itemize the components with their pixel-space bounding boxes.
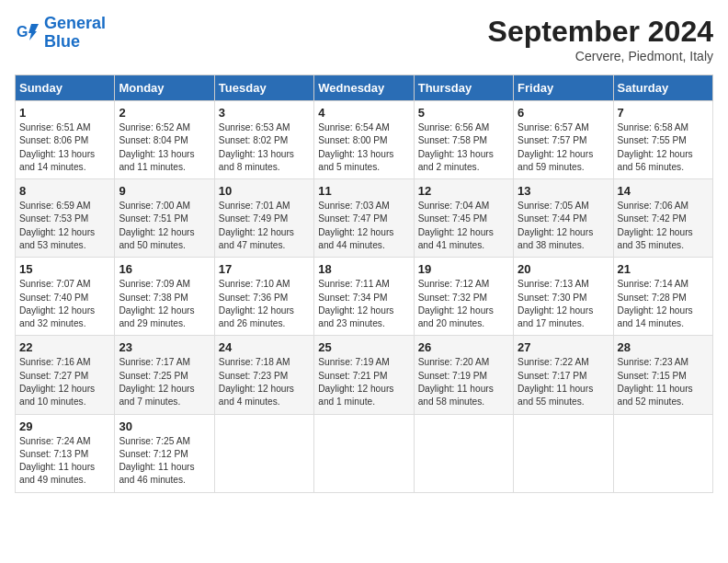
day-info: Sunrise: 6:52 AMSunset: 8:04 PMDaylight:… [119,121,210,174]
calendar-day-cell: 21Sunrise: 7:14 AMSunset: 7:28 PMDayligh… [613,258,712,336]
day-info: Sunrise: 6:57 AMSunset: 7:57 PMDaylight:… [518,121,609,174]
day-number: 28 [618,340,709,354]
title-block: September 2024 Cervere, Piedmont, Italy [488,15,713,63]
day-info: Sunrise: 7:14 AMSunset: 7:28 PMDaylight:… [618,278,709,330]
location-subtitle: Cervere, Piedmont, Italy [488,49,713,63]
calendar-table: Sunday Monday Tuesday Wednesday Thursday… [15,75,713,493]
day-number: 26 [418,340,509,354]
day-info: Sunrise: 7:04 AMSunset: 7:45 PMDaylight:… [418,200,509,252]
calendar-day-cell: 6Sunrise: 6:57 AMSunset: 7:57 PMDaylight… [514,101,613,179]
day-info: Sunrise: 7:06 AMSunset: 7:42 PMDaylight:… [618,200,709,252]
day-info: Sunrise: 7:20 AMSunset: 7:19 PMDaylight:… [418,356,509,408]
calendar-week-row: 22Sunrise: 7:16 AMSunset: 7:27 PMDayligh… [16,336,713,414]
day-info: Sunrise: 7:13 AMSunset: 7:30 PMDaylight:… [518,278,609,330]
calendar-day-cell: 17Sunrise: 7:10 AMSunset: 7:36 PMDayligh… [214,258,313,336]
day-info: Sunrise: 7:18 AMSunset: 7:23 PMDaylight:… [219,356,310,408]
calendar-day-cell: 9Sunrise: 7:00 AMSunset: 7:51 PMDaylight… [115,179,214,258]
calendar-day-cell: 25Sunrise: 7:19 AMSunset: 7:21 PMDayligh… [314,336,414,414]
logo-icon: G [15,20,40,46]
day-info: Sunrise: 7:25 AMSunset: 7:12 PMDaylight:… [119,435,210,488]
calendar-day-cell: 4Sunrise: 6:54 AMSunset: 8:00 PMDaylight… [314,101,414,179]
day-number: 11 [318,184,409,198]
header-tuesday: Tuesday [214,75,313,101]
day-number: 5 [418,106,509,120]
header-friday: Friday [514,75,613,101]
day-number: 10 [219,184,310,198]
day-number: 20 [518,262,609,276]
calendar-day-cell: 20Sunrise: 7:13 AMSunset: 7:30 PMDayligh… [514,258,613,336]
calendar-day-cell: 14Sunrise: 7:06 AMSunset: 7:42 PMDayligh… [613,179,712,258]
calendar-day-cell: 23Sunrise: 7:17 AMSunset: 7:25 PMDayligh… [115,336,214,414]
day-number: 7 [618,106,709,120]
calendar-day-cell: 12Sunrise: 7:04 AMSunset: 7:45 PMDayligh… [414,179,513,258]
calendar-day-cell: 2Sunrise: 6:52 AMSunset: 8:04 PMDaylight… [115,101,214,179]
day-number: 23 [119,340,210,354]
day-number: 9 [119,184,210,198]
day-info: Sunrise: 7:07 AMSunset: 7:40 PMDaylight:… [19,278,110,330]
calendar-day-cell: 11Sunrise: 7:03 AMSunset: 7:47 PMDayligh… [314,179,414,258]
day-info: Sunrise: 7:24 AMSunset: 7:13 PMDaylight:… [19,435,110,488]
calendar-day-cell [214,414,313,492]
day-info: Sunrise: 6:53 AMSunset: 8:02 PMDaylight:… [219,121,310,174]
day-number: 14 [618,184,709,198]
day-info: Sunrise: 6:58 AMSunset: 7:55 PMDaylight:… [618,121,709,174]
calendar-day-cell [314,414,414,492]
day-info: Sunrise: 7:17 AMSunset: 7:25 PMDaylight:… [119,356,210,408]
calendar-day-cell: 1Sunrise: 6:51 AMSunset: 8:06 PMDaylight… [16,101,115,179]
calendar-day-cell: 16Sunrise: 7:09 AMSunset: 7:38 PMDayligh… [115,258,214,336]
day-info: Sunrise: 7:11 AMSunset: 7:34 PMDaylight:… [318,278,409,330]
calendar-day-cell: 28Sunrise: 7:23 AMSunset: 7:15 PMDayligh… [613,336,712,414]
day-info: Sunrise: 7:00 AMSunset: 7:51 PMDaylight:… [119,200,210,252]
calendar-day-cell: 5Sunrise: 6:56 AMSunset: 7:58 PMDaylight… [414,101,513,179]
header-monday: Monday [115,75,214,101]
day-info: Sunrise: 7:23 AMSunset: 7:15 PMDaylight:… [618,356,709,408]
day-info: Sunrise: 7:22 AMSunset: 7:17 PMDaylight:… [518,356,609,408]
day-number: 13 [518,184,609,198]
logo-text: General Blue [44,15,106,52]
calendar-day-cell: 26Sunrise: 7:20 AMSunset: 7:19 PMDayligh… [414,336,513,414]
day-info: Sunrise: 6:51 AMSunset: 8:06 PMDaylight:… [19,121,110,174]
day-number: 25 [318,340,409,354]
day-number: 3 [219,106,310,120]
calendar-day-cell [613,414,712,492]
day-info: Sunrise: 7:12 AMSunset: 7:32 PMDaylight:… [418,278,509,330]
day-info: Sunrise: 7:03 AMSunset: 7:47 PMDaylight:… [318,200,409,252]
day-number: 22 [19,340,110,354]
calendar-day-cell: 24Sunrise: 7:18 AMSunset: 7:23 PMDayligh… [214,336,313,414]
logo-line2: Blue [44,32,80,51]
calendar-day-cell: 15Sunrise: 7:07 AMSunset: 7:40 PMDayligh… [16,258,115,336]
day-number: 21 [618,262,709,276]
day-info: Sunrise: 6:54 AMSunset: 8:00 PMDaylight:… [318,121,409,174]
day-info: Sunrise: 7:09 AMSunset: 7:38 PMDaylight:… [119,278,210,330]
calendar-day-cell: 30Sunrise: 7:25 AMSunset: 7:12 PMDayligh… [115,414,214,492]
day-number: 29 [19,419,110,433]
calendar-day-cell: 18Sunrise: 7:11 AMSunset: 7:34 PMDayligh… [314,258,414,336]
day-number: 12 [418,184,509,198]
calendar-day-cell: 22Sunrise: 7:16 AMSunset: 7:27 PMDayligh… [16,336,115,414]
calendar-day-cell: 19Sunrise: 7:12 AMSunset: 7:32 PMDayligh… [414,258,513,336]
day-number: 15 [19,262,110,276]
weekday-header-row: Sunday Monday Tuesday Wednesday Thursday… [16,75,713,101]
month-title: September 2024 [488,15,713,49]
day-number: 27 [518,340,609,354]
day-number: 24 [219,340,310,354]
calendar-week-row: 15Sunrise: 7:07 AMSunset: 7:40 PMDayligh… [16,258,713,336]
day-info: Sunrise: 6:59 AMSunset: 7:53 PMDaylight:… [19,200,110,252]
svg-text:G: G [17,24,28,40]
day-number: 18 [318,262,409,276]
day-info: Sunrise: 7:10 AMSunset: 7:36 PMDaylight:… [219,278,310,330]
calendar-week-row: 29Sunrise: 7:24 AMSunset: 7:13 PMDayligh… [16,414,713,492]
logo-line1: General [44,14,106,32]
day-number: 19 [418,262,509,276]
calendar-day-cell: 3Sunrise: 6:53 AMSunset: 8:02 PMDaylight… [214,101,313,179]
day-number: 17 [219,262,310,276]
day-info: Sunrise: 7:16 AMSunset: 7:27 PMDaylight:… [19,356,110,408]
day-number: 2 [119,106,210,120]
calendar-day-cell [414,414,513,492]
calendar-day-cell: 10Sunrise: 7:01 AMSunset: 7:49 PMDayligh… [214,179,313,258]
calendar-day-cell: 27Sunrise: 7:22 AMSunset: 7:17 PMDayligh… [514,336,613,414]
day-number: 16 [119,262,210,276]
calendar-day-cell: 29Sunrise: 7:24 AMSunset: 7:13 PMDayligh… [16,414,115,492]
calendar-day-cell: 8Sunrise: 6:59 AMSunset: 7:53 PMDaylight… [16,179,115,258]
day-number: 30 [119,419,210,433]
